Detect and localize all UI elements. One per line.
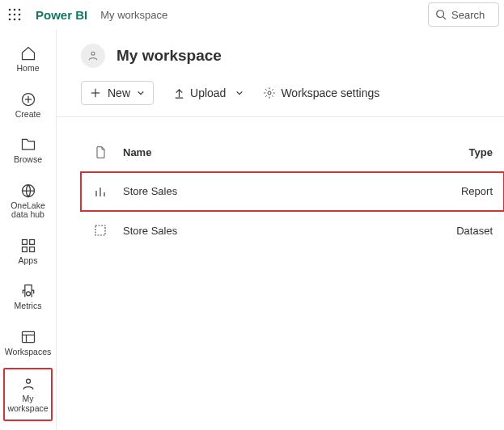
workspace-settings-button[interactable]: Workspace settings <box>263 86 379 99</box>
sidebar-item-label: Browse <box>14 155 42 165</box>
item-name: Store Sales <box>120 225 441 237</box>
svg-point-19 <box>26 292 30 296</box>
chevron-down-icon <box>137 89 145 97</box>
main: My workspace New Upload Workspace settin… <box>57 29 504 430</box>
svg-point-4 <box>14 14 16 16</box>
sidebar-item-apps[interactable]: Apps <box>0 231 56 272</box>
upload-label: Upload <box>190 86 226 99</box>
settings-label: Workspace settings <box>281 86 379 99</box>
svg-rect-18 <box>29 247 34 251</box>
sidebar-item-label: Apps <box>19 256 38 266</box>
workspace-header: My workspace <box>57 29 504 76</box>
sidebar-item-home[interactable]: Home <box>0 39 56 80</box>
svg-rect-16 <box>29 239 34 244</box>
sidebar-item-metrics[interactable]: Metrics <box>0 276 56 318</box>
svg-point-29 <box>268 91 271 95</box>
svg-point-3 <box>9 14 11 16</box>
app-launcher-icon[interactable] <box>5 5 24 24</box>
table-row[interactable]: Store Sales Dataset <box>81 211 504 250</box>
page-title: My workspace <box>116 47 222 65</box>
sidebar-item-label: Home <box>16 64 39 74</box>
svg-point-23 <box>26 380 30 384</box>
svg-rect-15 <box>22 239 27 244</box>
topbar: Power BI My workspace Search <box>0 0 504 29</box>
sidebar: Home Create Browse OneLake data hub Apps <box>0 29 57 430</box>
svg-point-24 <box>91 52 95 55</box>
svg-line-10 <box>443 17 447 20</box>
svg-rect-20 <box>22 331 34 342</box>
sidebar-item-workspaces[interactable]: Workspaces <box>0 322 56 364</box>
svg-point-9 <box>437 11 444 18</box>
search-placeholder: Search <box>451 9 485 21</box>
sidebar-item-label: Workspaces <box>5 348 52 357</box>
svg-point-2 <box>19 9 21 11</box>
sidebar-item-create[interactable]: Create <box>0 85 56 126</box>
report-icon <box>81 185 120 198</box>
sidebar-item-label: My workspace <box>6 394 49 413</box>
chevron-down-icon <box>235 89 244 97</box>
sidebar-item-browse[interactable]: Browse <box>0 130 56 171</box>
sidebar-item-onelake[interactable]: OneLake data hub <box>0 176 56 226</box>
new-button[interactable]: New <box>81 81 154 105</box>
breadcrumb[interactable]: My workspace <box>100 9 167 21</box>
search-input[interactable]: Search <box>428 2 499 27</box>
dataset-icon <box>81 224 120 237</box>
toolbar: New Upload Workspace settings <box>57 76 504 117</box>
svg-rect-33 <box>95 226 105 235</box>
file-icon <box>81 146 120 158</box>
table-row[interactable]: Store Sales Report <box>81 172 504 211</box>
brand-label: Power BI <box>36 8 87 22</box>
content-table: Name Type Store Sales Report Store Sales… <box>57 117 504 250</box>
column-header-type[interactable]: Type <box>441 146 504 158</box>
table-header-row: Name Type <box>81 133 504 172</box>
new-button-label: New <box>108 86 130 99</box>
item-type: Dataset <box>441 225 504 237</box>
sidebar-item-label: OneLake data hub <box>2 201 54 220</box>
svg-point-0 <box>9 9 11 11</box>
svg-point-6 <box>9 19 11 21</box>
svg-rect-17 <box>22 247 27 251</box>
item-type: Report <box>441 185 504 197</box>
upload-button[interactable]: Upload <box>173 86 244 99</box>
svg-point-1 <box>14 9 16 11</box>
column-header-name[interactable]: Name <box>120 146 441 158</box>
sidebar-item-label: Metrics <box>15 301 42 311</box>
workspace-avatar-icon <box>81 44 105 68</box>
svg-point-7 <box>14 19 16 21</box>
item-name: Store Sales <box>120 185 441 197</box>
svg-point-8 <box>19 19 21 21</box>
svg-point-5 <box>19 14 21 16</box>
sidebar-item-label: Create <box>15 110 41 120</box>
sidebar-item-my-workspace[interactable]: My workspace <box>5 369 51 419</box>
